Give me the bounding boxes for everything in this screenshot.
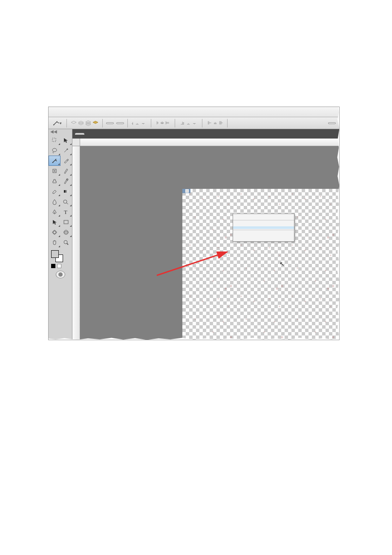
align-group-2[interactable]: ⊧ ≑ ⊨ [156, 120, 170, 126]
svg-point-2 [52, 148, 57, 152]
ruler-corner [72, 139, 80, 146]
zoom-tool-icon[interactable] [61, 237, 72, 248]
hide-auto-slice-button[interactable] [328, 122, 336, 124]
promote-button[interactable] [106, 122, 114, 124]
divide-button[interactable] [116, 122, 124, 124]
path-select-tool-icon[interactable] [49, 217, 61, 227]
svg-point-14 [64, 240, 67, 244]
slice-tool-icon[interactable] [49, 156, 61, 166]
history-brush-tool-icon[interactable] [61, 176, 72, 186]
align-group-1[interactable]: ⫞ ⫠ ⫟ [131, 121, 146, 126]
brush-tool-icon[interactable] [61, 166, 72, 176]
blur-tool-icon[interactable] [49, 197, 61, 207]
options-bar: ▾ ⫞ ⫠ ⫟ ⊧ ≑ ⊨ ⫡ ⫠ ⫟ ⊩ ⫨ ⊪ [49, 117, 339, 129]
magic-wand-tool-icon[interactable] [61, 145, 72, 156]
svg-point-13 [64, 231, 68, 233]
svg-point-3 [52, 162, 53, 163]
svg-point-12 [64, 230, 68, 234]
eraser-tool-icon[interactable] [49, 186, 61, 197]
gradient-tool-icon[interactable] [61, 186, 72, 197]
ruler-vertical [72, 146, 80, 340]
type-tool-icon[interactable]: T [61, 207, 72, 217]
healing-brush-tool-icon[interactable] [49, 166, 61, 176]
context-menu [233, 214, 294, 242]
color-swatches[interactable] [49, 248, 72, 269]
slice-style-icons[interactable] [70, 120, 99, 127]
menubar [49, 107, 339, 117]
quick-mask-icon[interactable] [56, 271, 65, 278]
svg-rect-6 [64, 190, 68, 193]
slice-badge[interactable] [182, 189, 190, 193]
svg-point-7 [63, 200, 67, 203]
tab-bar [72, 129, 339, 139]
stamp-tool-icon[interactable] [49, 176, 61, 186]
distribute-group-1[interactable]: ⫡ ⫠ ⫟ [180, 121, 197, 126]
slice-tool-icon[interactable]: ▾ [51, 119, 63, 127]
svg-text:T: T [64, 209, 67, 215]
lasso-tool-icon[interactable] [49, 145, 61, 156]
dodge-tool-icon[interactable] [61, 197, 72, 207]
ctx-divide-slice[interactable] [233, 226, 294, 229]
pen-tool-icon[interactable] [49, 207, 61, 217]
canvas[interactable] [182, 189, 339, 340]
3d-rotate-tool-icon[interactable] [49, 227, 61, 237]
svg-rect-1 [52, 138, 56, 142]
move-arrow-tool-icon[interactable] [61, 135, 72, 145]
slice-type-icon [185, 189, 189, 193]
toolbox: T [49, 129, 72, 340]
distribute-group-2[interactable]: ⊩ ⫨ ⊪ [208, 120, 223, 126]
photoshop-window: ▾ ⫞ ⫠ ⫟ ⊧ ≑ ⊨ ⫡ ⫠ ⫟ ⊩ ⫨ ⊪ ◀◀ [48, 107, 340, 340]
canvas-viewport[interactable]: ↖ [80, 146, 339, 340]
ctx-edit-slice-options[interactable] [233, 217, 294, 219]
shape-tool-icon[interactable] [61, 217, 72, 227]
collapse-toolbox-icon[interactable]: ◀◀ [50, 129, 57, 134]
svg-point-0 [53, 124, 54, 125]
hand-tool-icon[interactable] [49, 237, 61, 248]
document-area: ↖ [72, 129, 339, 340]
move-tool-icon[interactable] [49, 135, 61, 145]
document-tab[interactable] [75, 133, 84, 135]
3d-orbit-tool-icon[interactable] [61, 227, 72, 237]
ctx-send-back [233, 239, 294, 241]
eyedropper-tool-icon[interactable] [61, 156, 72, 166]
svg-rect-9 [64, 220, 68, 224]
ruler-horizontal [80, 139, 339, 146]
